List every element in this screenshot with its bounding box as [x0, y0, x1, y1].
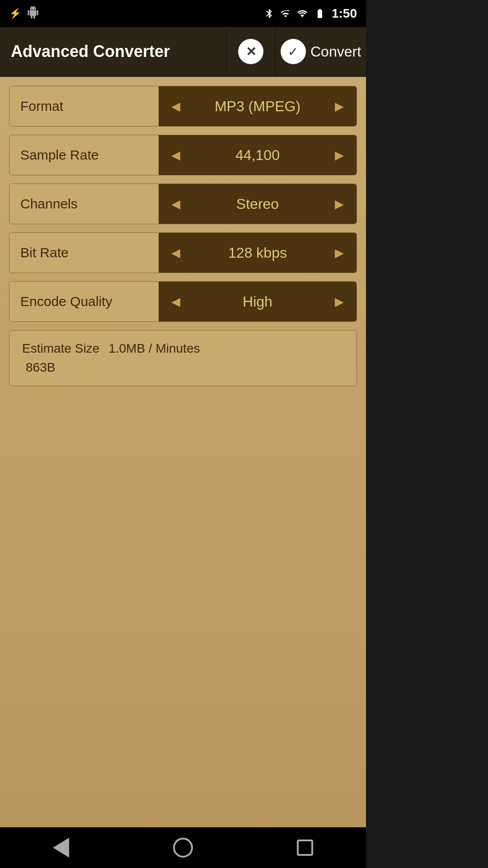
close-circle-icon: ✕	[238, 39, 263, 64]
navigation-bar	[0, 827, 366, 868]
channels-value: Stereo	[186, 196, 329, 212]
wifi-icon	[279, 8, 292, 19]
channels-prev-button[interactable]: ◀	[166, 194, 186, 214]
sample-rate-control: ◀ 44,100 ▶	[159, 135, 357, 175]
channels-row: Channels ◀ Stereo ▶	[9, 184, 357, 224]
estimate-size-box: Estimate Size 1.0MB / Minutes 863B	[9, 330, 357, 386]
close-button[interactable]: ✕	[226, 27, 276, 76]
check-icon: ✓	[281, 39, 306, 64]
back-icon	[53, 838, 69, 858]
convert-label: Convert	[310, 43, 361, 60]
convert-button[interactable]: ✓ Convert	[276, 27, 366, 76]
format-label: Format	[9, 86, 159, 126]
bit-rate-value: 128 kbps	[186, 245, 329, 261]
estimate-primary-row: Estimate Size 1.0MB / Minutes	[22, 341, 344, 356]
format-next-button[interactable]: ▶	[329, 96, 349, 116]
channels-label: Channels	[9, 184, 159, 224]
sample-rate-value: 44,100	[186, 147, 329, 164]
encode-quality-prev-button[interactable]: ◀	[166, 292, 186, 311]
time-display: 1:50	[332, 6, 357, 21]
estimate-size-label: Estimate Size	[22, 341, 99, 356]
status-right: 1:50	[264, 6, 357, 21]
bit-rate-control: ◀ 128 kbps ▶	[159, 233, 357, 273]
sample-rate-prev-button[interactable]: ◀	[166, 145, 186, 165]
bit-rate-next-button[interactable]: ▶	[329, 243, 349, 263]
bit-rate-row: Bit Rate ◀ 128 kbps ▶	[9, 232, 357, 273]
status-left: ⚡	[9, 6, 39, 21]
estimate-secondary-row: 863B	[22, 360, 344, 375]
home-icon	[173, 838, 193, 858]
encode-quality-row: Encode Quality ◀ High ▶	[9, 281, 357, 322]
nav-recents-button[interactable]	[291, 834, 319, 861]
encode-quality-next-button[interactable]: ▶	[329, 292, 349, 311]
battery-icon	[313, 8, 327, 19]
encode-quality-value: High	[186, 293, 329, 310]
sample-rate-label: Sample Rate	[9, 135, 159, 175]
recents-icon	[297, 840, 313, 856]
encode-quality-control: ◀ High ▶	[159, 282, 357, 321]
sample-rate-row: Sample Rate ◀ 44,100 ▶	[9, 135, 357, 175]
bluetooth-icon	[264, 8, 275, 19]
bit-rate-prev-button[interactable]: ◀	[166, 243, 186, 263]
signal-icon	[296, 8, 308, 19]
encode-quality-label: Encode Quality	[9, 282, 159, 321]
nav-home-button[interactable]	[169, 834, 197, 861]
nav-back-button[interactable]	[47, 834, 75, 861]
sample-rate-next-button[interactable]: ▶	[329, 145, 349, 165]
format-row: Format ◀ MP3 (MPEG) ▶	[9, 86, 357, 127]
channels-next-button[interactable]: ▶	[329, 194, 349, 214]
bolt-icon: ⚡	[9, 8, 21, 19]
app-header: Advanced Converter ✕ ✓ Convert	[0, 27, 366, 77]
estimate-primary-value: 1.0MB / Minutes	[108, 341, 200, 356]
format-value: MP3 (MPEG)	[186, 98, 329, 115]
format-prev-button[interactable]: ◀	[166, 96, 186, 116]
format-control: ◀ MP3 (MPEG) ▶	[159, 86, 357, 126]
estimate-secondary-value: 863B	[22, 360, 55, 374]
main-content: Format ◀ MP3 (MPEG) ▶ Sample Rate ◀ 44,1…	[0, 77, 366, 827]
bit-rate-label: Bit Rate	[9, 233, 159, 273]
channels-control: ◀ Stereo ▶	[159, 184, 357, 224]
android-icon	[27, 6, 39, 21]
app-title: Advanced Converter	[0, 42, 226, 61]
status-bar: ⚡ 1:50	[0, 0, 366, 27]
